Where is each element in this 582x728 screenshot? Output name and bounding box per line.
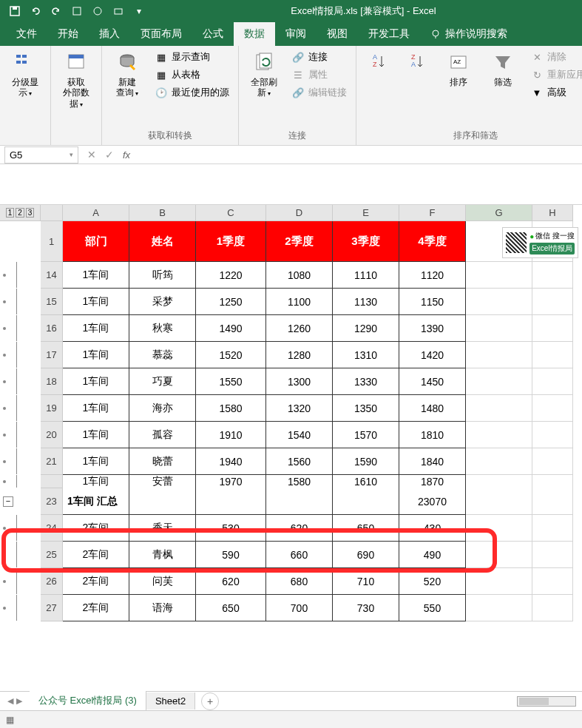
cell[interactable] <box>129 488 196 515</box>
col-header-H[interactable]: H <box>532 205 573 221</box>
tab-file[interactable]: 文件 <box>6 22 47 46</box>
cell[interactable] <box>333 488 399 515</box>
sheet-nav-prev-icon[interactable]: ◀ <box>7 696 13 706</box>
cell[interactable]: 1590 <box>333 448 399 475</box>
cell[interactable]: 530 <box>196 515 266 542</box>
cell[interactable]: 730 <box>333 595 399 621</box>
cell[interactable] <box>466 315 532 342</box>
qat-icon-4[interactable] <box>71 5 83 17</box>
cell[interactable]: 1250 <box>196 289 266 315</box>
tab-view[interactable]: 视图 <box>317 22 358 46</box>
cell[interactable]: 660 <box>266 542 333 568</box>
cell[interactable]: 问芙 <box>129 568 196 595</box>
cell[interactable] <box>532 515 573 542</box>
row-header[interactable]: 23 <box>41 488 63 515</box>
cell[interactable] <box>532 595 573 621</box>
cell[interactable]: 1120 <box>399 262 466 289</box>
row-header[interactable]: 27 <box>41 595 63 621</box>
edit-links-button[interactable]: 🔗编辑链接 <box>289 84 350 101</box>
tell-me[interactable]: 操作说明搜索 <box>420 22 518 46</box>
horizontal-scrollbar[interactable] <box>219 696 582 707</box>
cell[interactable]: 安蕾 <box>129 475 196 488</box>
refresh-all-button[interactable]: 全部刷新▾ <box>245 49 283 100</box>
row-header[interactable]: 16 <box>41 315 63 342</box>
cell[interactable]: 青枫 <box>129 542 196 568</box>
cell[interactable]: 1940 <box>196 448 266 475</box>
advanced-filter-button[interactable]: ▼高级 <box>528 84 582 101</box>
cell[interactable]: 1550 <box>196 368 266 395</box>
save-icon[interactable] <box>9 5 21 17</box>
tab-formulas[interactable]: 公式 <box>192 22 234 46</box>
cell[interactable]: 1车间 <box>63 368 129 395</box>
cell[interactable]: 590 <box>196 542 266 568</box>
row-header[interactable]: 1 <box>41 221 63 262</box>
cell[interactable]: 1420 <box>399 342 466 368</box>
qat-dropdown-icon[interactable]: ▾ <box>133 5 145 17</box>
cell[interactable]: 700 <box>266 595 333 621</box>
cell[interactable]: 1100 <box>266 289 333 315</box>
collapse-button[interactable]: − <box>3 496 13 507</box>
fx-icon[interactable]: fx <box>118 149 135 161</box>
cell[interactable]: 680 <box>266 568 333 595</box>
cell[interactable]: 1车间 <box>63 315 129 342</box>
reapply-button[interactable]: ↻重新应用 <box>528 67 582 83</box>
tab-review[interactable]: 审阅 <box>275 22 317 46</box>
add-sheet-button[interactable]: + <box>201 692 219 710</box>
cell[interactable]: 1280 <box>266 342 333 368</box>
cell[interactable]: 1车间 <box>63 342 129 368</box>
sort-za-button[interactable]: ZA <box>401 49 433 75</box>
cell[interactable] <box>466 595 532 621</box>
cell[interactable]: 2车间 <box>63 515 129 542</box>
properties-button[interactable]: ☰属性 <box>289 67 350 83</box>
cell[interactable]: 1570 <box>333 422 399 448</box>
sheet-nav-next-icon[interactable]: ▶ <box>16 696 22 706</box>
cell[interactable]: 1300 <box>266 368 333 395</box>
outline-button[interactable]: 分级显示▾ <box>6 49 44 100</box>
cell[interactable]: 1车间 <box>63 475 129 488</box>
cell[interactable]: 语海 <box>129 595 196 621</box>
cell[interactable]: 巧夏 <box>129 368 196 395</box>
cell[interactable]: 650 <box>196 595 266 621</box>
cell[interactable]: 2季度 <box>266 221 333 262</box>
cell[interactable]: 1130 <box>333 289 399 315</box>
cell[interactable]: 1150 <box>399 289 466 315</box>
cell[interactable]: 1季度 <box>196 221 266 262</box>
cell[interactable]: 1910 <box>196 422 266 448</box>
cell[interactable]: 1490 <box>196 315 266 342</box>
cell[interactable] <box>466 488 532 515</box>
cell[interactable] <box>532 475 573 488</box>
cell[interactable]: 晓蕾 <box>129 448 196 475</box>
cell[interactable]: 1110 <box>333 262 399 289</box>
cell[interactable]: 1350 <box>333 395 399 422</box>
cell[interactable]: 1580 <box>196 395 266 422</box>
cell[interactable]: 520 <box>399 568 466 595</box>
cell[interactable]: 2车间 <box>63 568 129 595</box>
new-query-button[interactable]: 新建 查询▾ <box>108 49 146 100</box>
cell[interactable]: 23070 <box>399 488 466 515</box>
col-header-F[interactable]: F <box>399 205 466 221</box>
cell[interactable]: 孤容 <box>129 422 196 448</box>
cell[interactable]: 1车间 汇总 <box>63 488 129 515</box>
cell[interactable]: 1车间 <box>63 262 129 289</box>
col-header-C[interactable]: C <box>196 205 266 221</box>
cell[interactable] <box>466 289 532 315</box>
cell[interactable]: 1810 <box>399 422 466 448</box>
cell[interactable]: 部门 <box>63 221 129 262</box>
col-header-G[interactable]: G <box>466 205 532 221</box>
cancel-formula-button[interactable]: ✕ <box>83 146 101 164</box>
cell[interactable]: 1290 <box>333 315 399 342</box>
cell[interactable] <box>466 542 532 568</box>
row-header[interactable]: 21 <box>41 448 63 475</box>
enter-formula-button[interactable]: ✓ <box>101 146 118 164</box>
cell[interactable]: 1车间 <box>63 395 129 422</box>
row-header[interactable]: 14 <box>41 262 63 289</box>
row-header[interactable]: 24 <box>41 515 63 542</box>
undo-icon[interactable] <box>30 5 41 17</box>
cell[interactable]: 650 <box>333 515 399 542</box>
cell[interactable]: 430 <box>399 515 466 542</box>
row-header[interactable]: 19 <box>41 395 63 422</box>
cell[interactable] <box>466 568 532 595</box>
tab-data[interactable]: 数据 <box>234 22 275 46</box>
cell[interactable] <box>532 488 573 515</box>
cell[interactable]: 海亦 <box>129 395 196 422</box>
